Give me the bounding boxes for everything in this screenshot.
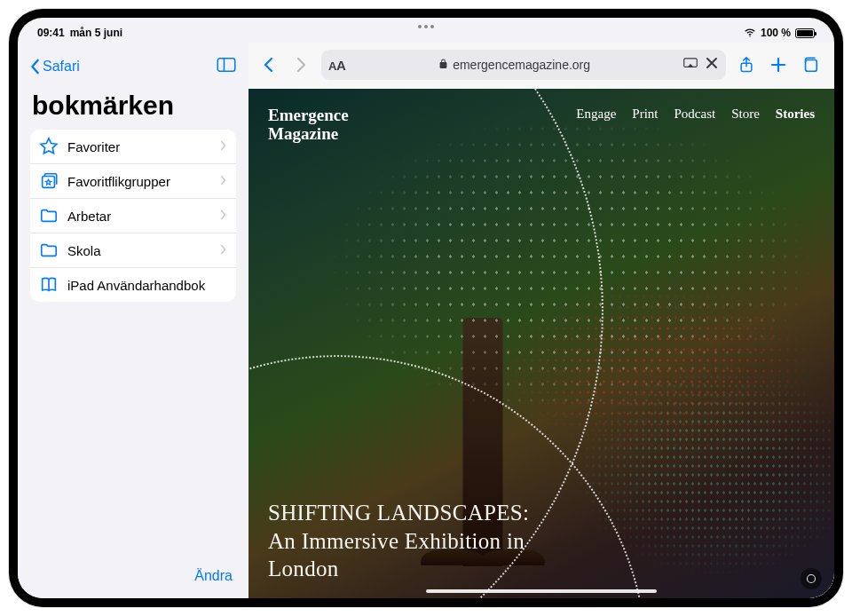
status-date: mån 5 juni [70, 27, 122, 39]
bookmark-label: Skola [67, 243, 211, 258]
svg-point-0 [749, 36, 750, 37]
battery-icon [795, 28, 815, 38]
lock-icon [438, 58, 448, 72]
bookmarks-list: Favoriter Favoritflikgrupper [30, 130, 236, 302]
bookmark-label: Favoritflikgrupper [67, 174, 211, 189]
bookmarks-sidebar: Safari bokmärken Favoriter [18, 43, 248, 598]
stop-reload-button[interactable] [705, 56, 719, 74]
toggle-sidebar-button[interactable] [217, 57, 236, 76]
ipad-device-frame: 09:41 mån 5 juni 100 % Safari [9, 9, 843, 607]
home-indicator[interactable] [426, 589, 657, 593]
tabs-overview-button[interactable] [799, 53, 822, 76]
svg-rect-1 [217, 59, 234, 71]
browser-toolbar: AA emergencemagazine.org [248, 43, 834, 89]
logo-line2: Magazine [268, 125, 349, 144]
svg-point-8 [808, 575, 816, 583]
nav-back-button[interactable] [257, 53, 280, 76]
nav-link-stories[interactable]: Stories [776, 107, 815, 122]
chevron-right-icon [220, 173, 227, 189]
book-icon [39, 275, 59, 295]
chevron-right-icon [220, 138, 227, 154]
bookmark-label: Arbetar [67, 209, 211, 224]
sidebar-title: bokmärken [32, 91, 234, 121]
site-logo[interactable]: Emergence Magazine [268, 107, 349, 144]
battery-percentage: 100 % [761, 27, 791, 39]
nav-link-engage[interactable]: Engage [576, 107, 616, 122]
logo-line1: Emergence [268, 107, 349, 125]
bookmark-label: iPad Användarhandbok [67, 278, 227, 293]
headline-line2: An Immersive Exhibition in [268, 527, 529, 555]
edit-bookmarks-button[interactable]: Ändra [30, 561, 236, 588]
site-header: Emergence Magazine Engage Print Podcast … [268, 107, 815, 144]
chevron-right-icon [220, 242, 227, 258]
bookmark-label: Favoriter [67, 139, 211, 154]
webpage-content[interactable]: Emergence Magazine Engage Print Podcast … [248, 89, 834, 598]
chevron-right-icon [220, 208, 227, 224]
share-button[interactable] [735, 53, 758, 76]
back-label: Safari [43, 59, 80, 75]
screencast-icon[interactable] [683, 56, 698, 74]
bookmark-item-folder-arbetar[interactable]: Arbetar [30, 199, 236, 233]
bookmark-item-favorites[interactable]: Favoriter [30, 130, 236, 164]
star-outline-icon [39, 137, 59, 156]
browser-main: AA emergencemagazine.org [248, 43, 834, 598]
article-headline[interactable]: SHIFTING LANDSCAPES: An Immersive Exhibi… [268, 499, 529, 582]
screen: 09:41 mån 5 juni 100 % Safari [18, 18, 834, 598]
url-text: emergencemagazine.org [453, 58, 590, 72]
address-bar[interactable]: AA emergencemagazine.org [321, 50, 726, 80]
bookmark-item-favorite-tabgroups[interactable]: Favoritflikgrupper [30, 164, 236, 199]
folder-icon [39, 206, 59, 225]
nav-link-print[interactable]: Print [632, 107, 658, 122]
headline-line1: SHIFTING LANDSCAPES: [268, 499, 529, 526]
folder-icon [39, 241, 59, 260]
headline-line3: London [268, 555, 529, 582]
status-time: 09:41 [37, 27, 65, 39]
multitask-indicator[interactable] [418, 25, 434, 28]
bookmark-item-ipad-guide[interactable]: iPad Användarhandbok [30, 268, 236, 302]
url-display[interactable]: emergencemagazine.org [351, 58, 678, 72]
back-to-safari-button[interactable]: Safari [30, 59, 80, 75]
nav-link-store[interactable]: Store [731, 107, 760, 122]
svg-rect-3 [43, 177, 55, 188]
new-tab-button[interactable] [767, 53, 790, 76]
wifi-icon [744, 27, 756, 39]
svg-rect-7 [806, 60, 817, 72]
reader-floating-button[interactable] [801, 568, 822, 589]
tabgroup-star-icon [39, 171, 59, 191]
nav-link-podcast[interactable]: Podcast [674, 107, 715, 122]
nav-forward-button [289, 53, 312, 76]
bookmark-item-folder-skola[interactable]: Skola [30, 233, 236, 268]
reader-aa-button[interactable]: AA [328, 58, 345, 73]
site-nav: Engage Print Podcast Store Stories [576, 107, 815, 122]
